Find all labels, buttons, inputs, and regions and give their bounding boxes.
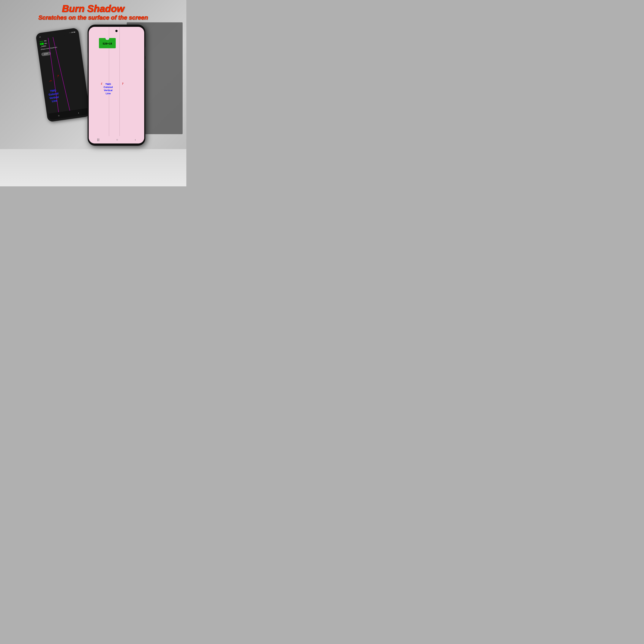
exit-button[interactable]: EXIT <box>41 51 51 56</box>
sticker-notch <box>105 38 109 40</box>
right-phone: S20+18 ↗ ↗ TWO Colored Vertical Line |||… <box>88 25 145 146</box>
left-status-label: st <box>39 36 41 38</box>
left-arrow-1: ↗ <box>48 78 52 83</box>
camera-hole <box>115 30 118 32</box>
left-phone-screen: st ↑ ↑ 84%■ Mic 8 Mic _3rdMic <box>37 30 89 120</box>
right-side-btn-1 <box>145 47 145 56</box>
green-sticker: S20+18 <box>99 38 116 48</box>
right-phone-screen: S20+18 ↗ ↗ TWO Colored Vertical Line |||… <box>89 27 144 143</box>
mic-label-3: _3rdMic <box>40 45 46 47</box>
left-phone-container: st ↑ ↑ 84%■ Mic 8 Mic _3rdMic <box>36 28 91 122</box>
mic-badge-1 <box>40 41 43 42</box>
left-nav-home[interactable]: ○ <box>58 114 60 117</box>
left-nav-back[interactable]: ‹ <box>78 111 79 114</box>
right-nav-bar: ||| ○ ‹ <box>89 136 144 143</box>
right-phone-container: S20+18 ↗ ↗ TWO Colored Vertical Line |||… <box>88 25 145 146</box>
right-nav-recent[interactable]: ||| <box>97 138 99 141</box>
content-area: st ↑ ↑ 84%■ Mic 8 Mic _3rdMic <box>0 23 186 186</box>
left-arrow-2: ↗ <box>56 74 60 78</box>
title-sub: Scratches on the surface of the screen <box>4 14 183 21</box>
right-screen-line-2 <box>119 27 120 143</box>
left-vertical-line-2 <box>53 37 72 117</box>
left-screen-content: Mic 8 Mic _3rdMic (Please insert Earphon… <box>38 34 89 120</box>
right-nav-back[interactable]: ‹ <box>135 138 136 141</box>
mic-label-1: Mic <box>44 40 47 42</box>
right-arrow-1: ↗ <box>100 81 104 86</box>
right-side-btn-2 <box>145 59 145 68</box>
mic-label-2: Mic <box>44 42 47 44</box>
right-arrow-2: ↗ <box>121 81 124 86</box>
right-label: TWO Colored Vertical Line <box>104 83 113 95</box>
left-phone: st ↑ ↑ 84%■ Mic 8 Mic _3rdMic <box>36 28 91 122</box>
title-main: Burn Shadow <box>4 3 183 14</box>
left-status-icons: ↑ ↑ 84%■ <box>69 31 75 34</box>
sticker-text: S20+18 <box>103 42 112 45</box>
title-area: Burn Shadow Scratches on the surface of … <box>0 0 186 23</box>
right-nav-home[interactable]: ○ <box>116 138 118 141</box>
mic-badge-2: 8 <box>40 42 44 45</box>
